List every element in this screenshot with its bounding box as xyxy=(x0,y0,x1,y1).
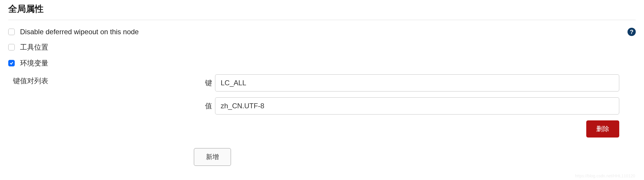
kv-value-label: 值 xyxy=(202,101,212,111)
kv-list-label: 键值对列表 xyxy=(13,74,202,86)
section-title: 全局属性 xyxy=(8,3,636,20)
kv-value-input[interactable] xyxy=(215,97,619,114)
help-icon[interactable]: ? xyxy=(628,28,636,36)
disable-wipeout-checkbox[interactable] xyxy=(8,29,15,35)
disable-wipeout-label: Disable deferred wipeout on this node xyxy=(20,28,139,36)
kv-right-panel: 键 值 删除 ? xyxy=(202,74,636,138)
add-button[interactable]: 新增 xyxy=(194,148,231,166)
kv-key-label: 键 xyxy=(202,78,212,88)
option-disable-wipeout-row: Disable deferred wipeout on this node ? xyxy=(8,28,636,36)
watermark: https://blog.csdn.net/HHL110120 xyxy=(575,174,635,175)
option-tool-location-row: 工具位置 xyxy=(8,42,636,52)
delete-button[interactable]: 删除 xyxy=(586,120,619,138)
option-env-vars-row: 环境变量 xyxy=(8,58,636,68)
kv-key-input[interactable] xyxy=(215,74,619,91)
env-vars-label: 环境变量 xyxy=(20,58,48,68)
env-vars-checkbox[interactable] xyxy=(8,60,15,66)
tool-location-label: 工具位置 xyxy=(20,42,48,52)
kv-key-row: 键 xyxy=(202,74,619,91)
tool-location-checkbox[interactable] xyxy=(8,44,15,50)
add-button-row: 新增 xyxy=(194,148,636,166)
delete-button-row: 删除 xyxy=(202,120,619,138)
kv-value-row: 值 xyxy=(202,97,619,114)
kv-section: 键值对列表 键 值 删除 ? xyxy=(8,74,636,138)
